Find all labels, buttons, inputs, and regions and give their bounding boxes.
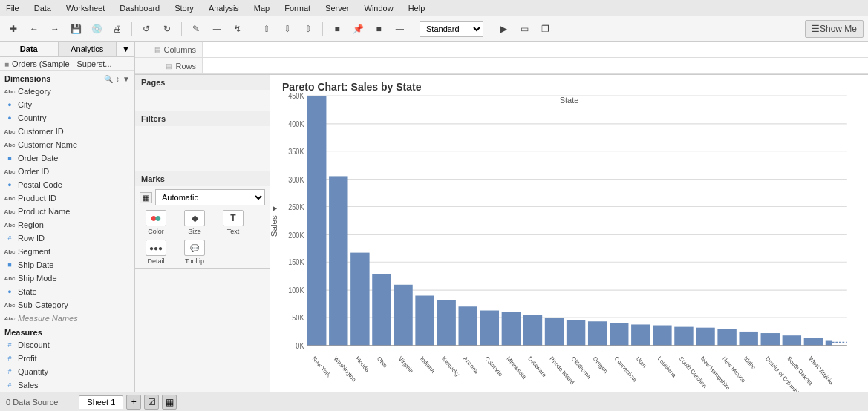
- dim-country[interactable]: ● Country: [0, 111, 134, 125]
- menu-data[interactable]: Data: [31, 2, 54, 14]
- pan-button[interactable]: ↯: [229, 20, 247, 38]
- search-icon[interactable]: 🔍: [104, 75, 113, 83]
- measure-discount[interactable]: # Discount: [0, 338, 134, 352]
- more-icon[interactable]: ▼: [123, 75, 130, 83]
- dim-row-id[interactable]: # Row ID: [0, 231, 134, 245]
- menu-analysis[interactable]: Analysis: [206, 2, 242, 14]
- menu-format[interactable]: Format: [281, 2, 313, 14]
- bar-oregon[interactable]: [588, 321, 607, 346]
- standard-select[interactable]: Standard Fit Width Fit Height Entire Vie…: [420, 21, 483, 37]
- insert-sheet-button[interactable]: ▦: [162, 395, 177, 410]
- sort-asc-button[interactable]: ⇧: [258, 20, 275, 38]
- sort-desc-button[interactable]: ⇩: [278, 20, 296, 38]
- dim-ship-mode[interactable]: Abc Ship Mode: [0, 272, 134, 285]
- dim-sub-category[interactable]: Abc Sub-Category: [0, 298, 134, 312]
- sort-clear-button[interactable]: ⇳: [299, 20, 317, 38]
- bar-rhode-island[interactable]: [545, 318, 564, 346]
- device-button[interactable]: ▭: [515, 20, 533, 38]
- bar-oklahoma[interactable]: [567, 320, 585, 346]
- annotate-button[interactable]: 📌: [349, 20, 367, 38]
- bar-utah[interactable]: [631, 324, 650, 345]
- rows-content[interactable]: [202, 58, 868, 73]
- text-button[interactable]: T Text: [217, 210, 249, 235]
- redo-button[interactable]: ↻: [158, 20, 176, 38]
- back-button[interactable]: ←: [25, 20, 43, 38]
- columns-content[interactable]: [202, 42, 868, 57]
- bar-south-carolina[interactable]: [674, 327, 693, 346]
- bar-arizona[interactable]: [459, 306, 477, 346]
- bar-minnesota[interactable]: [502, 312, 521, 346]
- bar-virginia[interactable]: [394, 285, 412, 346]
- dim-customer-name[interactable]: Abc Customer Name: [0, 138, 134, 151]
- dim-measure-names[interactable]: Abc Measure Names: [0, 312, 134, 325]
- undo-button[interactable]: ↺: [137, 20, 155, 38]
- menu-help[interactable]: Help: [405, 2, 428, 14]
- measure-quantity[interactable]: # Quantity: [0, 365, 134, 378]
- dim-ship-date[interactable]: ■ Ship Date: [0, 258, 134, 272]
- bar-colorado[interactable]: [480, 311, 499, 346]
- sheet-tab-1[interactable]: Sheet 1: [79, 395, 123, 409]
- share-button[interactable]: ❐: [536, 20, 554, 38]
- dim-region[interactable]: Abc Region: [0, 218, 134, 231]
- dim-city[interactable]: ● City: [0, 98, 134, 111]
- detail-button[interactable]: ●●● Detail: [140, 240, 172, 265]
- color-button[interactable]: ●● Color: [140, 210, 172, 235]
- tab-analytics[interactable]: Analytics: [59, 42, 117, 56]
- save-button[interactable]: 💾: [67, 20, 85, 38]
- marks-type-dropdown[interactable]: ▦ Automatic: [140, 189, 265, 206]
- bar-ohio[interactable]: [372, 274, 391, 346]
- bar-idaho[interactable]: [739, 332, 757, 346]
- tab-data[interactable]: Data: [0, 42, 59, 56]
- dim-postal-code[interactable]: ● Postal Code: [0, 178, 134, 191]
- marks-type-select[interactable]: Automatic: [155, 189, 265, 206]
- bar-new-mexico[interactable]: [717, 329, 736, 346]
- menu-story[interactable]: Story: [172, 2, 197, 14]
- datasource-status[interactable]: 0 Data Source: [6, 398, 58, 407]
- menu-map[interactable]: Map: [251, 2, 273, 14]
- menu-worksheet[interactable]: Worksheet: [63, 2, 108, 14]
- bar-others[interactable]: [826, 341, 832, 346]
- bar-delaware[interactable]: [523, 315, 542, 346]
- bar-west-virginia[interactable]: [804, 338, 823, 346]
- presentation-button[interactable]: ▶: [495, 20, 512, 38]
- bar-kentucky[interactable]: [437, 300, 455, 346]
- bar-washington[interactable]: [329, 176, 347, 345]
- add-sheet-button[interactable]: +: [126, 395, 141, 410]
- menu-file[interactable]: File: [3, 2, 22, 14]
- menu-server[interactable]: Server: [322, 2, 352, 14]
- data-source-row[interactable]: ■ Orders (Sample - Superst...: [0, 57, 134, 71]
- bar-connecticut[interactable]: [610, 323, 628, 346]
- print-button[interactable]: 🖨: [108, 20, 126, 38]
- bar-indiana[interactable]: [415, 296, 434, 346]
- menu-dashboard[interactable]: Dashboard: [117, 2, 163, 14]
- bar-south-dakota[interactable]: [783, 335, 801, 346]
- dim-customer-id[interactable]: Abc Customer ID: [0, 125, 134, 138]
- dim-product-name[interactable]: Abc Product Name: [0, 205, 134, 218]
- dim-category[interactable]: Abc Category: [0, 85, 134, 98]
- dim-order-date[interactable]: ■ Order Date: [0, 151, 134, 165]
- panel-menu-btn[interactable]: ▼: [117, 42, 134, 56]
- dim-state[interactable]: ● State: [0, 285, 134, 298]
- show-me-button[interactable]: ☰ Show Me: [805, 20, 864, 38]
- sort-icon[interactable]: ↕: [116, 75, 120, 83]
- bar-new-hampshire[interactable]: [696, 328, 714, 346]
- forward-button[interactable]: →: [46, 20, 64, 38]
- new-button[interactable]: ✚: [4, 20, 22, 38]
- bar-new-york[interactable]: [307, 96, 326, 346]
- save-as-button[interactable]: 💿: [88, 20, 105, 38]
- bar-florida[interactable]: [350, 253, 369, 346]
- duplicate-sheet-button[interactable]: ☑: [144, 395, 159, 410]
- label-button[interactable]: ■: [328, 20, 346, 38]
- size-button[interactable]: ◆ Size: [178, 210, 211, 235]
- measure-profit[interactable]: # Profit: [0, 352, 134, 365]
- measure-sales[interactable]: # Sales: [0, 378, 134, 392]
- tooltip-button[interactable]: 💬 Tooltip: [178, 240, 211, 265]
- dim-product-id[interactable]: Abc Product ID: [0, 191, 134, 205]
- dim-segment[interactable]: Abc Segment: [0, 245, 134, 258]
- highlight-button[interactable]: ✎: [187, 20, 205, 38]
- menu-window[interactable]: Window: [362, 2, 397, 14]
- tooltip-button[interactable]: ■: [370, 20, 388, 38]
- dim-order-id[interactable]: Abc Order ID: [0, 165, 134, 178]
- filters-body[interactable]: [135, 126, 270, 171]
- bar-louisiana[interactable]: [653, 326, 671, 346]
